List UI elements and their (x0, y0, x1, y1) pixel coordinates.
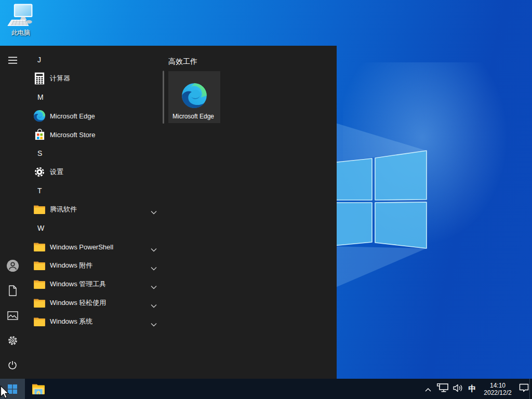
ime-indicator[interactable]: 中 (468, 384, 476, 394)
clock-date: 2022/12/2 (481, 389, 514, 396)
rail-menu-button[interactable] (0, 48, 25, 73)
rail-power-button[interactable] (0, 353, 25, 378)
folder-icon (33, 259, 46, 272)
ethernet-network-icon (437, 383, 448, 394)
speaker-volume-icon (453, 384, 463, 394)
taskbar: 中 14:10 2022/12/2 (0, 379, 532, 399)
file-explorer-icon (32, 383, 45, 395)
tile-label: Microsoft Edge (172, 113, 214, 120)
chevron-down-icon[interactable] (151, 301, 157, 305)
volume-tray-button[interactable] (453, 384, 463, 394)
gear-outline-icon (7, 335, 18, 346)
folder-icon (33, 241, 46, 253)
chevron-up-icon (425, 384, 431, 394)
app-label: Microsoft Store (50, 131, 95, 139)
rail-settings-button[interactable] (0, 328, 25, 353)
app-list-item-calculator[interactable]: 计算器 (25, 69, 162, 88)
app-label: Windows 轻松使用 (50, 298, 106, 308)
app-list-item-settings[interactable]: 设置 (25, 163, 162, 181)
app-label: Microsoft Edge (50, 112, 95, 120)
tile-microsoft-edge[interactable]: Microsoft Edge (168, 71, 220, 123)
user-icon (6, 259, 19, 272)
app-label: Windows PowerShell (50, 243, 113, 251)
calculator-icon (33, 72, 46, 85)
chevron-down-icon[interactable] (151, 245, 157, 249)
app-list-item-windows-powershell[interactable]: Windows PowerShell (25, 237, 162, 256)
app-list-item-windows-system[interactable]: Windows 系统 (25, 312, 162, 331)
desktop: 此电脑 J计算器MMicrosoft EdgeMicrosoft StoreS设… (0, 0, 532, 399)
start-app-list: J计算器MMicrosoft EdgeMicrosoft StoreS设置T腾讯… (25, 50, 162, 331)
folder-icon (33, 315, 46, 328)
app-list-item-windows-ease-of-access[interactable]: Windows 轻松使用 (25, 294, 162, 312)
start-tiles-area: 高效工作 Microsoft Edge (168, 46, 337, 379)
this-pc-icon (7, 3, 34, 28)
edge-icon (181, 82, 208, 109)
chevron-down-icon[interactable] (151, 282, 157, 286)
app-label: 腾讯软件 (50, 205, 77, 214)
desktop-icon-this-pc[interactable]: 此电脑 (4, 3, 37, 39)
gear-icon (33, 166, 46, 178)
power-icon (7, 360, 18, 370)
app-label: Windows 管理工具 (50, 280, 106, 289)
app-label: Windows 附件 (50, 261, 92, 270)
rail-user-button[interactable] (0, 253, 25, 278)
app-list-section-header[interactable]: J (25, 50, 162, 69)
app-list-item-microsoft-edge[interactable]: Microsoft Edge (25, 107, 162, 125)
menu-icon (8, 56, 18, 64)
app-list-item-windows-accessories[interactable]: Windows 附件 (25, 256, 162, 275)
taskbar-clock[interactable]: 14:10 2022/12/2 (481, 382, 514, 396)
folder-icon (33, 278, 46, 290)
start-menu: J计算器MMicrosoft EdgeMicrosoft StoreS设置T腾讯… (0, 46, 337, 379)
windows-logo-icon (8, 384, 17, 394)
app-label: 计算器 (50, 74, 70, 83)
tile-group-title: 高效工作 (168, 57, 197, 66)
section-letter: W (37, 224, 44, 232)
app-list-item-tencent-software[interactable]: 腾讯软件 (25, 200, 162, 219)
edge-icon (33, 110, 46, 122)
pictures-icon (7, 311, 18, 320)
section-letter: S (37, 149, 42, 157)
show-desktop-button[interactable] (529, 379, 532, 399)
this-pc-label: 此电脑 (4, 29, 37, 37)
app-label: Windows 系统 (50, 317, 92, 326)
app-list-section-header[interactable]: S (25, 144, 162, 163)
app-list-item-windows-admin-tools[interactable]: Windows 管理工具 (25, 275, 162, 294)
folder-icon (33, 297, 46, 309)
app-list-scrollbar[interactable] (163, 71, 164, 124)
start-button[interactable] (0, 379, 25, 399)
folder-icon (33, 203, 46, 216)
chevron-down-icon[interactable] (151, 263, 157, 268)
app-list-section-header[interactable]: T (25, 181, 162, 200)
document-icon (8, 285, 17, 296)
store-icon (33, 128, 46, 141)
action-center-icon (519, 383, 529, 394)
section-letter: J (37, 56, 41, 64)
rail-documents-button[interactable] (0, 278, 25, 303)
chevron-down-icon[interactable] (151, 207, 157, 211)
chevron-down-icon[interactable] (151, 320, 157, 324)
network-tray-button[interactable] (437, 383, 448, 394)
app-label: 设置 (50, 167, 63, 177)
app-list-section-header[interactable]: M (25, 88, 162, 107)
app-list-section-header[interactable]: W (25, 219, 162, 237)
start-menu-rail (0, 46, 25, 379)
rail-pictures-button[interactable] (0, 303, 25, 328)
action-center-button[interactable] (519, 383, 529, 394)
app-list-item-microsoft-store[interactable]: Microsoft Store (25, 125, 162, 144)
tray-expand-button[interactable] (424, 384, 432, 394)
section-letter: T (37, 187, 42, 195)
clock-time: 14:10 (481, 382, 514, 389)
taskbar-file-explorer-button[interactable] (26, 379, 51, 399)
system-tray: 中 14:10 2022/12/2 (424, 379, 529, 399)
section-letter: M (37, 93, 44, 101)
